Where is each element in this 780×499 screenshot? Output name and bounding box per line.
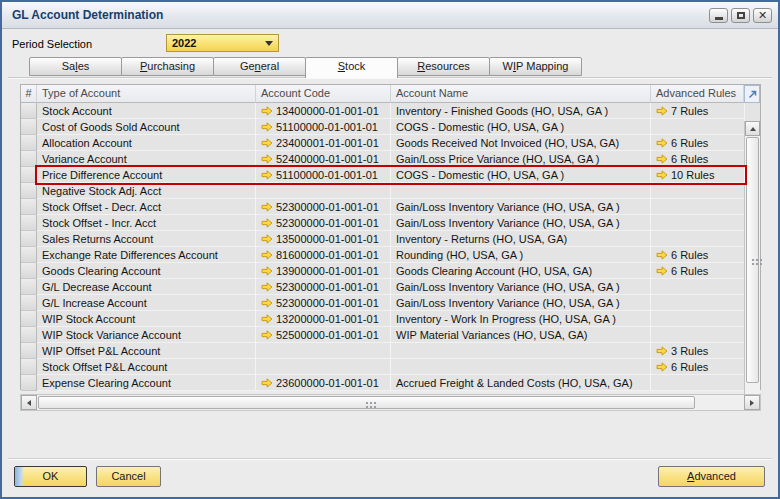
- link-arrow-icon[interactable]: [261, 266, 273, 276]
- period-selection-dropdown[interactable]: 2022: [166, 34, 279, 52]
- advanced-button[interactable]: Advanced: [658, 466, 765, 487]
- advanced-rules-cell[interactable]: 6 Rules: [651, 359, 745, 375]
- account-code-cell[interactable]: 52300000-01-001-01: [256, 215, 391, 231]
- row-selector[interactable]: [21, 359, 37, 375]
- link-arrow-icon[interactable]: [656, 266, 668, 276]
- link-arrow-icon[interactable]: [656, 138, 668, 148]
- link-arrow-icon[interactable]: [261, 298, 273, 308]
- row-selector[interactable]: [21, 231, 37, 247]
- account-code-cell[interactable]: 13200000-01-001-01: [256, 311, 391, 327]
- horizontal-scrollbar[interactable]: [20, 394, 761, 411]
- advanced-rules-cell[interactable]: [651, 311, 745, 327]
- scroll-up-button[interactable]: [745, 121, 760, 136]
- account-code-cell[interactable]: 23600000-01-001-01: [256, 375, 391, 391]
- advanced-rules-cell[interactable]: [651, 375, 745, 391]
- tab-general[interactable]: General: [213, 57, 306, 76]
- advanced-rules-cell[interactable]: 10 Rules: [651, 167, 745, 183]
- ok-button[interactable]: OK: [14, 466, 87, 487]
- link-arrow-icon[interactable]: [261, 250, 273, 260]
- advanced-rules-cell[interactable]: [651, 215, 745, 231]
- advanced-rules-cell[interactable]: [651, 279, 745, 295]
- advanced-rules-cell[interactable]: 6 Rules: [651, 151, 745, 167]
- row-selector[interactable]: [21, 135, 37, 151]
- advanced-rules-cell[interactable]: 6 Rules: [651, 247, 745, 263]
- advanced-rules-cell[interactable]: 7 Rules: [651, 103, 745, 119]
- account-code-cell[interactable]: [256, 343, 391, 359]
- link-arrow-icon[interactable]: [261, 314, 273, 324]
- advanced-rules-cell[interactable]: [651, 295, 745, 311]
- maximize-button[interactable]: [731, 8, 750, 23]
- titlebar[interactable]: GL Account Determination ✕: [2, 2, 778, 29]
- row-selector[interactable]: [21, 215, 37, 231]
- row-selector[interactable]: [21, 343, 37, 359]
- row-selector[interactable]: [21, 247, 37, 263]
- link-arrow-icon[interactable]: [656, 170, 668, 180]
- link-arrow-icon[interactable]: [656, 362, 668, 372]
- link-arrow-icon[interactable]: [261, 154, 273, 164]
- horizontal-scrollbar-thumb[interactable]: [38, 396, 695, 409]
- link-arrow-icon[interactable]: [261, 378, 273, 388]
- expand-grid-button[interactable]: [744, 85, 760, 103]
- tab-stock[interactable]: Stock: [305, 57, 398, 78]
- account-code-cell[interactable]: 51100000-01-001-01: [256, 167, 391, 183]
- account-code-cell[interactable]: 13500000-01-001-01: [256, 231, 391, 247]
- tab-resources[interactable]: Resources: [397, 57, 490, 76]
- link-arrow-icon[interactable]: [261, 138, 273, 148]
- link-arrow-icon[interactable]: [656, 346, 668, 356]
- link-arrow-icon[interactable]: [656, 154, 668, 164]
- account-code-cell[interactable]: [256, 359, 391, 375]
- advanced-rules-cell[interactable]: [651, 119, 745, 135]
- type-of-account-text: Price Difference Account: [42, 169, 162, 181]
- advanced-rules-cell[interactable]: [651, 327, 745, 343]
- row-selector[interactable]: [21, 167, 37, 183]
- scroll-left-button[interactable]: [21, 395, 37, 410]
- tab-purchasing[interactable]: Purchasing: [121, 57, 214, 76]
- advanced-rules-cell[interactable]: [651, 183, 745, 199]
- link-arrow-icon[interactable]: [261, 122, 273, 132]
- account-code-cell[interactable]: 23400001-01-001-01: [256, 135, 391, 151]
- advanced-rules-cell[interactable]: 6 Rules: [651, 135, 745, 151]
- advanced-rules-cell[interactable]: [651, 199, 745, 215]
- row-selector[interactable]: [21, 327, 37, 343]
- vertical-scrollbar-thumb[interactable]: [746, 137, 759, 383]
- account-code-cell[interactable]: 52400000-01-001-01: [256, 151, 391, 167]
- advanced-rules-cell[interactable]: 3 Rules: [651, 343, 745, 359]
- row-selector[interactable]: [21, 279, 37, 295]
- account-code-cell[interactable]: 13900000-01-001-01: [256, 263, 391, 279]
- row-selector[interactable]: [21, 119, 37, 135]
- account-code-cell[interactable]: 51100000-01-001-01: [256, 119, 391, 135]
- row-selector[interactable]: [21, 295, 37, 311]
- scroll-right-button[interactable]: [744, 395, 760, 410]
- account-code-cell[interactable]: [256, 183, 391, 199]
- row-selector[interactable]: [21, 151, 37, 167]
- row-selector[interactable]: [21, 183, 37, 199]
- tab-sales[interactable]: Sales: [29, 57, 122, 76]
- account-code-cell[interactable]: 52300000-01-001-01: [256, 295, 391, 311]
- account-code-cell[interactable]: 52500000-01-001-01: [256, 327, 391, 343]
- vertical-scrollbar[interactable]: [744, 121, 760, 409]
- link-arrow-icon[interactable]: [656, 250, 668, 260]
- row-selector[interactable]: [21, 103, 37, 119]
- row-selector[interactable]: [21, 263, 37, 279]
- advanced-rules-cell[interactable]: [651, 231, 745, 247]
- close-button[interactable]: ✕: [753, 8, 772, 23]
- account-code-cell[interactable]: 52300000-01-001-01: [256, 199, 391, 215]
- account-code-cell[interactable]: 52300000-01-001-01: [256, 279, 391, 295]
- link-arrow-icon[interactable]: [261, 202, 273, 212]
- account-code-cell[interactable]: 13400000-01-001-01: [256, 103, 391, 119]
- account-code-cell[interactable]: 81600000-01-001-01: [256, 247, 391, 263]
- advanced-rules-cell[interactable]: 6 Rules: [651, 263, 745, 279]
- link-arrow-icon[interactable]: [261, 106, 273, 116]
- cancel-button[interactable]: Cancel: [96, 466, 161, 487]
- link-arrow-icon[interactable]: [261, 170, 273, 180]
- row-selector[interactable]: [21, 311, 37, 327]
- link-arrow-icon[interactable]: [261, 330, 273, 340]
- row-selector[interactable]: [21, 375, 37, 391]
- tab-wip-mapping[interactable]: WIP Mapping: [489, 57, 582, 76]
- row-selector[interactable]: [21, 199, 37, 215]
- minimize-button[interactable]: [709, 8, 728, 23]
- link-arrow-icon[interactable]: [261, 234, 273, 244]
- link-arrow-icon[interactable]: [261, 218, 273, 228]
- link-arrow-icon[interactable]: [261, 282, 273, 292]
- link-arrow-icon[interactable]: [656, 106, 668, 116]
